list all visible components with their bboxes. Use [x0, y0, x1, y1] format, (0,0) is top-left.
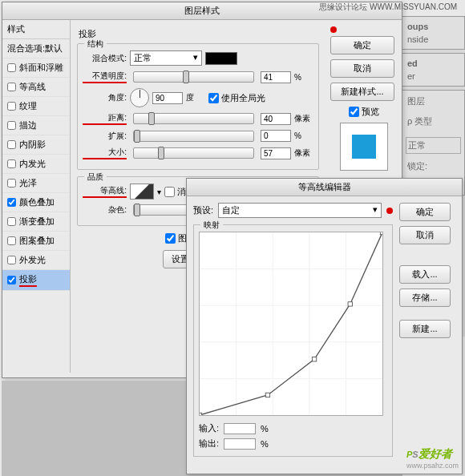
ok-button[interactable]: 确定	[399, 203, 451, 221]
svg-rect-12	[380, 232, 382, 235]
style-item-inner-glow[interactable]: 内发光	[2, 155, 70, 174]
style-item-bevel[interactable]: 斜面和浮雕	[2, 58, 70, 78]
style-item-inner-shadow[interactable]: 内阴影	[2, 135, 70, 155]
checkbox[interactable]	[7, 102, 16, 111]
contour-thumbnail[interactable]	[130, 184, 154, 200]
save-button[interactable]: 存储...	[399, 288, 451, 307]
size-label: 大小:	[83, 147, 127, 159]
new-style-button[interactable]: 新建样式...	[330, 83, 394, 101]
svg-rect-10	[312, 357, 316, 361]
styles-header: 样式	[2, 20, 70, 39]
noise-label: 杂色:	[83, 204, 127, 216]
bg-text: nside	[406, 33, 461, 46]
opacity-input[interactable]: 41	[261, 71, 291, 83]
style-item-gradient-overlay[interactable]: 渐变叠加	[2, 212, 70, 232]
blend-mode-select[interactable]: 正常 ▾	[130, 50, 202, 66]
angle-input[interactable]: 90	[152, 92, 183, 104]
watermark-bottom: PS爱好者 www.psahz.com	[406, 445, 459, 470]
distance-input[interactable]: 40	[261, 113, 291, 125]
fieldset-label: 品质	[84, 171, 107, 183]
blend-select[interactable]: 正常	[406, 137, 461, 154]
svg-rect-11	[348, 302, 352, 306]
item-label: 纹理	[19, 100, 37, 112]
preview-swatch	[352, 135, 376, 159]
lock-label: 锁定:	[406, 159, 461, 174]
new-button[interactable]: 新建...	[399, 320, 451, 338]
checkbox[interactable]	[7, 63, 16, 72]
style-item-color-overlay[interactable]: 颜色叠加	[2, 193, 70, 212]
size-slider[interactable]	[133, 147, 254, 159]
style-item-stroke[interactable]: 描边	[2, 116, 70, 135]
checkbox[interactable]	[7, 83, 16, 91]
unit: 像素	[294, 147, 313, 159]
unit: 像素	[294, 113, 313, 124]
watermark-top: 思缘设计论坛 WWW.MISSYUAN.COM	[319, 2, 457, 13]
mapping-label: 映射	[200, 220, 223, 231]
checkbox[interactable]	[7, 140, 16, 149]
checkbox[interactable]	[7, 236, 16, 245]
shadow-color-swatch[interactable]	[205, 52, 237, 65]
unit: %	[261, 424, 269, 434]
bg-text: oups	[406, 20, 461, 33]
cancel-button[interactable]: 取消	[330, 59, 394, 78]
item-label: 斜面和浮雕	[19, 62, 63, 74]
checkbox[interactable]	[7, 217, 16, 226]
checkbox[interactable]	[7, 179, 16, 188]
red-dot-icon	[330, 26, 337, 33]
contour-editor-dialog: 等高线编辑器 预设: 自定 ▾ 映射	[186, 178, 463, 474]
unit: %	[294, 73, 313, 82]
mapping-fieldset: 映射 输入:% 输出:%	[193, 224, 393, 457]
size-input[interactable]: 57	[261, 147, 291, 159]
distance-label: 距离:	[83, 112, 127, 125]
checkbox[interactable]	[7, 198, 16, 207]
style-item-pattern-overlay[interactable]: 图案叠加	[2, 232, 70, 251]
cancel-button[interactable]: 取消	[399, 226, 451, 244]
opacity-slider[interactable]	[133, 71, 254, 83]
contour-label: 等高线:	[83, 185, 127, 198]
layers-tab[interactable]: 图层	[406, 94, 461, 109]
spread-input[interactable]: 0	[261, 130, 291, 142]
style-item-contour[interactable]: 等高线	[2, 78, 70, 97]
load-button[interactable]: 载入...	[399, 265, 451, 284]
item-label: 颜色叠加	[19, 196, 55, 208]
angle-dial[interactable]	[130, 88, 149, 107]
item-label: 内阴影	[19, 139, 46, 151]
fieldset-label: 结构	[84, 38, 107, 50]
section-title: 投影	[77, 26, 319, 43]
unit: %	[294, 131, 313, 140]
spread-label: 扩展:	[83, 131, 127, 142]
input-value[interactable]	[224, 423, 256, 434]
opacity-label: 不透明度:	[83, 71, 127, 83]
angle-label: 角度:	[83, 92, 127, 103]
contour-graph[interactable]	[199, 232, 383, 416]
unit: %	[261, 439, 269, 449]
checkbox[interactable]	[7, 276, 16, 284]
item-label: 光泽	[19, 177, 37, 189]
output-value[interactable]	[224, 438, 256, 450]
checkbox[interactable]	[7, 121, 16, 130]
style-item-drop-shadow[interactable]: 投影	[2, 270, 70, 291]
ok-button[interactable]: 确定	[330, 36, 394, 54]
bg-text: ed	[406, 57, 461, 70]
style-item-satin[interactable]: 光泽	[2, 174, 70, 193]
red-dot-icon	[386, 208, 393, 214]
distance-slider[interactable]	[133, 113, 254, 124]
item-label: 内发光	[19, 158, 46, 170]
preview-box	[340, 123, 388, 171]
spread-slider[interactable]	[133, 131, 254, 142]
bg-text: er	[406, 70, 461, 83]
item-label: 渐变叠加	[19, 216, 55, 228]
blend-options-default[interactable]: 混合选项:默认	[2, 39, 70, 58]
style-item-outer-glow[interactable]: 外发光	[2, 251, 70, 270]
antialias-checkbox[interactable]: 消	[164, 186, 186, 198]
global-light-checkbox[interactable]: 使用全局光	[208, 92, 265, 104]
preset-select[interactable]: 自定 ▾	[218, 203, 382, 218]
checkbox[interactable]	[7, 256, 16, 264]
item-label: 图案叠加	[19, 235, 55, 247]
structure-fieldset: 结构 混合模式: 正常 ▾ 不透明度: 41 % 角度: 90 度	[77, 43, 319, 170]
item-label: 等高线	[19, 81, 46, 93]
preset-label: 预设:	[193, 204, 213, 216]
style-item-texture[interactable]: 纹理	[2, 97, 70, 116]
preview-checkbox[interactable]: 预览	[330, 106, 397, 118]
checkbox[interactable]	[7, 159, 16, 168]
